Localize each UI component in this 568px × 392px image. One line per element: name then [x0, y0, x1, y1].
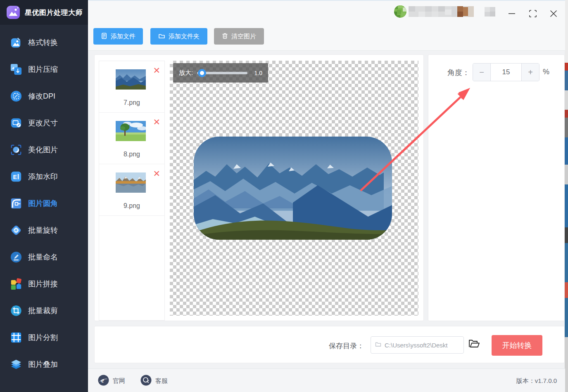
start-convert-button[interactable]: 开始转换 — [492, 335, 542, 356]
app-title: 星优图片处理大师 — [25, 8, 83, 17]
sidebar-item-label: 美化图片 — [28, 145, 58, 155]
angle-label: 角度： — [447, 68, 470, 78]
sidebar-item-label: 格式转换 — [28, 38, 58, 47]
file-thumbnail[interactable] — [116, 172, 146, 193]
folder-small-icon — [375, 341, 381, 349]
clear-images-label: 清空图片 — [231, 33, 256, 40]
sidebar-item-split[interactable]: 图片分割 — [0, 324, 88, 351]
beautify-icon — [10, 143, 23, 156]
user-account-area[interactable] — [394, 5, 495, 20]
zoom-slider-handle[interactable] — [198, 69, 206, 77]
overlay-icon — [10, 358, 23, 371]
sidebar-nav: 格式转换 图片压缩 修改DPI 更改尺寸 — [0, 29, 88, 378]
sidebar-item-label: 批量命名 — [28, 252, 58, 262]
file-name: 7.png — [99, 99, 164, 106]
file-item[interactable]: ✕ 9.png — [99, 164, 164, 216]
avatar — [394, 5, 407, 20]
zoom-value: 1.0 — [254, 70, 262, 76]
footer-bar: e 官网 客服 版本：v1.7.0.0 — [88, 368, 565, 392]
sidebar-item-label: 修改DPI — [28, 91, 55, 101]
sidebar-item-watermark[interactable]: E 添加水印 — [0, 163, 88, 190]
preview-canvas: 放大: 1.0 — [170, 61, 418, 316]
sidebar-item-dpi[interactable]: 修改DPI — [0, 83, 88, 109]
zoom-label: 放大: — [179, 69, 193, 77]
sidebar-item-label: 图片压缩 — [28, 64, 58, 74]
sidebar-item-label: 图片叠加 — [28, 359, 58, 369]
dpi-icon — [10, 90, 23, 103]
zoom-slider-track[interactable] — [197, 72, 247, 74]
app-window: 添加文件 添加文件夹 清空图片 — [0, 0, 568, 392]
official-website-label: 官网 — [113, 377, 125, 385]
sidebar-item-label: 图片圆角 — [28, 198, 58, 208]
save-directory-field — [371, 336, 464, 354]
angle-value[interactable]: 15 — [491, 64, 521, 81]
close-button[interactable] — [548, 8, 559, 19]
angle-increase-button[interactable]: + — [521, 64, 539, 81]
chat-icon — [140, 375, 152, 387]
username-blurred — [409, 6, 474, 19]
sidebar-item-crop[interactable]: 批量裁剪 — [0, 297, 88, 324]
bottom-action-bar: 保存目录： 开始转换 — [94, 326, 565, 363]
sidebar-item-compress[interactable]: 图片压缩 — [0, 56, 88, 83]
angle-unit: % — [543, 68, 549, 76]
customer-support-link[interactable]: 客服 — [140, 375, 168, 387]
add-file-label: 添加文件 — [111, 33, 135, 40]
file-item[interactable]: ✕ 7.png — [99, 61, 164, 113]
sidebar-item-resize[interactable]: 更改尺寸 — [0, 109, 88, 136]
workspace-panel: ✕ 7.png ✕ 8.png ✕ 9.png 放大: — [94, 54, 424, 321]
angle-decrease-button[interactable]: − — [473, 64, 491, 81]
sidebar-item-label: 图片拼接 — [28, 279, 58, 289]
split-icon — [10, 331, 23, 344]
add-file-button[interactable]: 添加文件 — [93, 28, 143, 45]
sidebar-item-rename[interactable]: 批量命名 — [0, 243, 88, 270]
resize-icon — [10, 116, 23, 130]
add-folder-button[interactable]: 添加文件夹 — [150, 28, 207, 45]
watermark-icon: E — [10, 170, 23, 183]
sidebar-item-rotate[interactable]: 批量旋转 — [0, 217, 88, 243]
header-bar: 添加文件 添加文件夹 清空图片 — [88, 0, 565, 51]
delete-file-button[interactable]: ✕ — [153, 66, 160, 75]
file-thumbnail[interactable] — [116, 69, 146, 90]
app-logo-icon — [5, 5, 21, 20]
crop-batch-icon — [10, 304, 23, 317]
browser-icon: e — [98, 375, 109, 387]
delete-file-button[interactable]: ✕ — [153, 118, 160, 126]
official-website-link[interactable]: e 官网 — [98, 375, 125, 387]
sidebar-item-overlay[interactable]: 图片叠加 — [0, 351, 88, 378]
version-text: 版本：v1.7.0.0 — [516, 377, 557, 385]
file-name: 8.png — [99, 151, 164, 158]
customer-support-label: 客服 — [155, 377, 168, 385]
sidebar-item-format-convert[interactable]: 格式转换 — [0, 29, 88, 56]
angle-stepper: − 15 + — [473, 63, 539, 81]
settings-panel: 角度： − 15 + % — [428, 54, 565, 321]
minimize-button[interactable] — [506, 8, 517, 19]
save-directory-label: 保存目录： — [329, 341, 364, 351]
zoom-toolbar: 放大: 1.0 — [173, 63, 268, 83]
file-list: ✕ 7.png ✕ 8.png ✕ 9.png — [99, 61, 165, 321]
format-convert-icon — [10, 36, 23, 49]
file-thumbnail[interactable] — [116, 121, 146, 141]
rename-icon — [10, 250, 23, 264]
sidebar-item-stitch[interactable]: 图片拼接 — [0, 270, 88, 297]
user-menu-blurred — [485, 7, 495, 18]
svg-text:E: E — [13, 173, 17, 180]
delete-file-button[interactable]: ✕ — [153, 169, 160, 178]
desktop-edge-sliver — [565, 0, 568, 392]
trash-icon — [222, 33, 228, 40]
compress-icon — [10, 63, 23, 76]
file-item[interactable]: ✕ 8.png — [99, 113, 164, 164]
browse-folder-button[interactable] — [468, 338, 481, 350]
file-name: 9.png — [99, 202, 164, 210]
add-folder-label: 添加文件夹 — [169, 33, 200, 40]
rounded-preview-image — [194, 137, 392, 240]
sidebar-item-rounded-corner[interactable]: 图片圆角 — [0, 190, 88, 217]
sidebar: 星优图片处理大师 格式转换 图片压缩 修改DPI — [0, 0, 88, 392]
stitch-icon — [10, 277, 23, 290]
clear-images-button[interactable]: 清空图片 — [214, 28, 264, 45]
save-directory-input[interactable] — [385, 342, 459, 349]
angle-control-row: 角度： − 15 + % — [428, 55, 564, 88]
app-logo-header: 星优图片处理大师 — [0, 0, 88, 25]
maximize-button[interactable] — [528, 8, 538, 19]
sidebar-item-beautify[interactable]: 美化图片 — [0, 136, 88, 163]
sidebar-item-label: 添加水印 — [28, 172, 58, 182]
